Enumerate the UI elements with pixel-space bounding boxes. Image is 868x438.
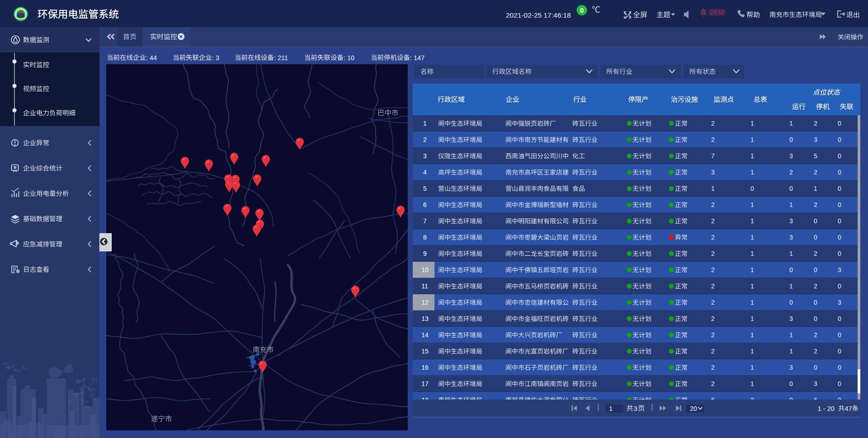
svg-text:0: 0 bbox=[814, 364, 817, 371]
svg-text:16: 16 bbox=[421, 364, 429, 371]
svg-text:1: 1 bbox=[750, 331, 754, 339]
svg-text:0: 0 bbox=[838, 364, 841, 371]
svg-text:3: 3 bbox=[423, 152, 427, 160]
svg-text:2: 2 bbox=[711, 234, 715, 241]
svg-text:0: 0 bbox=[838, 136, 841, 143]
svg-text:0: 0 bbox=[838, 380, 841, 387]
svg-text:2: 2 bbox=[711, 331, 715, 339]
svg-text:: 3: : 3 bbox=[212, 54, 219, 61]
svg-text:3: 3 bbox=[814, 136, 817, 143]
svg-text:2: 2 bbox=[711, 380, 715, 387]
svg-text:1: 1 bbox=[423, 120, 427, 127]
svg-text:2: 2 bbox=[423, 136, 427, 143]
svg-text:0: 0 bbox=[814, 266, 817, 273]
svg-text:2: 2 bbox=[711, 120, 715, 127]
svg-text:1: 1 bbox=[750, 201, 754, 208]
svg-text:0: 0 bbox=[814, 234, 817, 241]
svg-text:2: 2 bbox=[750, 396, 754, 404]
svg-text:0: 0 bbox=[838, 185, 841, 192]
svg-text:2: 2 bbox=[814, 348, 817, 355]
svg-text:0: 0 bbox=[814, 217, 817, 225]
svg-text:1: 1 bbox=[789, 120, 793, 127]
svg-text:15: 15 bbox=[421, 348, 429, 355]
svg-text:3: 3 bbox=[789, 315, 793, 322]
svg-text:3: 3 bbox=[634, 405, 638, 412]
svg-text:0: 0 bbox=[838, 283, 841, 290]
svg-text:11: 11 bbox=[421, 283, 428, 290]
svg-text:0: 0 bbox=[814, 299, 817, 306]
svg-text:2: 2 bbox=[814, 169, 817, 176]
svg-text:2632: 2632 bbox=[710, 9, 724, 16]
svg-text:2: 2 bbox=[711, 266, 715, 273]
svg-text:1: 1 bbox=[789, 283, 793, 290]
svg-text:1: 1 bbox=[814, 185, 817, 192]
svg-text:2: 2 bbox=[711, 299, 715, 306]
svg-text:1: 1 bbox=[750, 120, 754, 127]
svg-text:2: 2 bbox=[789, 169, 793, 176]
svg-text:1: 1 bbox=[789, 201, 793, 208]
svg-text:17: 17 bbox=[421, 380, 429, 387]
svg-text:3: 3 bbox=[789, 152, 793, 160]
svg-text:1: 1 bbox=[750, 315, 754, 322]
svg-text:0: 0 bbox=[789, 266, 793, 273]
svg-text:13: 13 bbox=[421, 315, 429, 322]
svg-text:3: 3 bbox=[838, 299, 841, 306]
svg-text:1: 1 bbox=[750, 250, 754, 257]
svg-text:9: 9 bbox=[423, 250, 427, 257]
svg-text:12: 12 bbox=[421, 299, 429, 306]
svg-text:2: 2 bbox=[814, 201, 817, 208]
svg-text:18: 18 bbox=[421, 396, 429, 404]
svg-text:1: 1 bbox=[789, 250, 793, 257]
svg-text:3: 3 bbox=[789, 234, 793, 241]
svg-text:2: 2 bbox=[711, 283, 715, 290]
svg-text:4: 4 bbox=[423, 169, 427, 176]
svg-text:1: 1 bbox=[789, 348, 793, 355]
svg-text:1: 1 bbox=[609, 405, 613, 412]
svg-text:0: 0 bbox=[814, 315, 817, 322]
svg-text:1: 1 bbox=[750, 234, 754, 241]
svg-text:0: 0 bbox=[838, 217, 841, 225]
svg-text:2: 2 bbox=[711, 250, 715, 257]
svg-text:2: 2 bbox=[814, 250, 817, 257]
svg-text:: 10: : 10 bbox=[344, 54, 354, 61]
svg-text:0: 0 bbox=[838, 201, 841, 208]
svg-text:2: 2 bbox=[711, 136, 715, 143]
svg-text:1: 1 bbox=[750, 152, 754, 160]
svg-text:0: 0 bbox=[838, 331, 841, 339]
svg-text:3: 3 bbox=[789, 364, 793, 371]
svg-text:0: 0 bbox=[750, 185, 754, 192]
svg-text:3: 3 bbox=[711, 169, 715, 176]
svg-text:2: 2 bbox=[711, 201, 715, 208]
svg-text:0: 0 bbox=[789, 380, 793, 387]
svg-text:6: 6 bbox=[711, 396, 715, 404]
svg-text:2: 2 bbox=[711, 364, 715, 371]
svg-text:: 211: : 211 bbox=[274, 54, 288, 61]
svg-text:0: 0 bbox=[789, 136, 793, 143]
svg-text:8: 8 bbox=[423, 234, 427, 241]
svg-text:6: 6 bbox=[814, 396, 817, 404]
svg-text:7: 7 bbox=[423, 217, 427, 225]
svg-text:47: 47 bbox=[844, 405, 852, 412]
svg-text:1: 1 bbox=[750, 266, 754, 273]
svg-text:1: 1 bbox=[750, 283, 754, 290]
svg-text:0: 0 bbox=[789, 299, 793, 306]
svg-text:2021-02-25 17:46:18: 2021-02-25 17:46:18 bbox=[506, 11, 571, 19]
svg-text:1 - 20: 1 - 20 bbox=[818, 405, 835, 412]
svg-text:5: 5 bbox=[814, 152, 817, 160]
svg-text:: 44: : 44 bbox=[146, 54, 157, 61]
svg-text:5: 5 bbox=[423, 185, 427, 192]
svg-text:0: 0 bbox=[838, 315, 841, 322]
svg-text:0: 0 bbox=[789, 396, 793, 404]
svg-text:0: 0 bbox=[838, 234, 841, 241]
svg-text:2: 2 bbox=[814, 120, 817, 127]
svg-text:3: 3 bbox=[814, 380, 817, 387]
svg-text:0: 0 bbox=[838, 250, 841, 257]
svg-text:2: 2 bbox=[711, 217, 715, 225]
svg-text:3: 3 bbox=[789, 217, 793, 225]
svg-text:0: 0 bbox=[838, 348, 841, 355]
svg-text:6: 6 bbox=[423, 201, 427, 208]
svg-text:0: 0 bbox=[838, 396, 841, 404]
svg-text:0: 0 bbox=[580, 7, 584, 14]
svg-text:0: 0 bbox=[838, 152, 841, 160]
svg-text:0: 0 bbox=[838, 169, 841, 176]
